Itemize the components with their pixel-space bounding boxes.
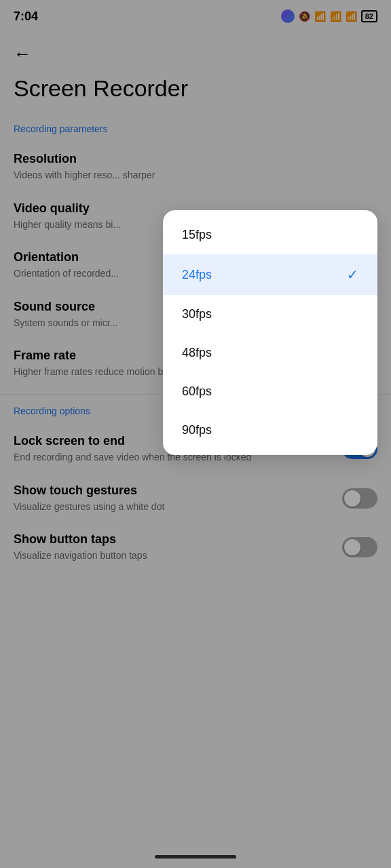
fps-24-label: 24fps — [182, 268, 212, 282]
fps-option-60[interactable]: 60fps — [163, 372, 377, 411]
fps-60-label: 60fps — [182, 384, 212, 399]
fps-option-15[interactable]: 15fps — [163, 216, 377, 254]
frame-rate-dropdown[interactable]: 15fps 24fps ✓ 30fps 48fps 60fps 90fps — [163, 210, 377, 455]
fps-option-90[interactable]: 90fps — [163, 411, 377, 450]
fps-15-label: 15fps — [182, 228, 212, 242]
fps-option-30[interactable]: 30fps — [163, 295, 377, 334]
fps-48-label: 48fps — [182, 346, 212, 360]
fps-30-label: 30fps — [182, 307, 212, 321]
fps-90-label: 90fps — [182, 423, 212, 437]
fps-option-24[interactable]: 24fps ✓ — [163, 254, 377, 295]
fps-option-48[interactable]: 48fps — [163, 334, 377, 372]
fps-24-check-icon: ✓ — [347, 267, 358, 283]
